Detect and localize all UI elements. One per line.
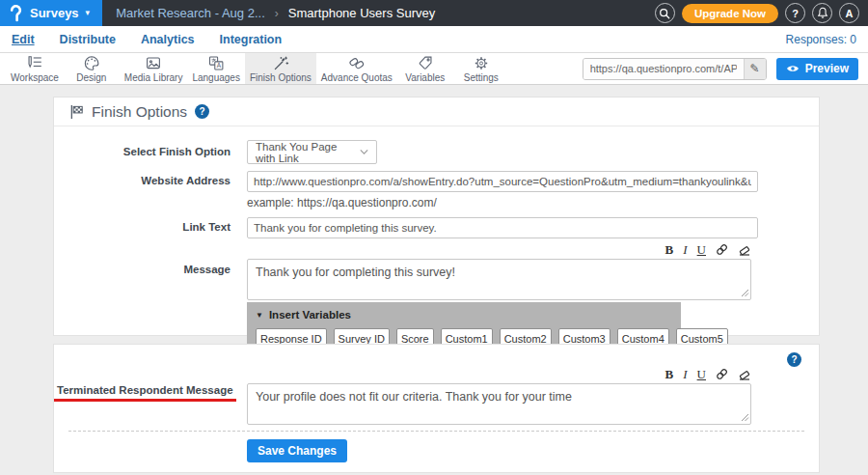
italic-button[interactable]: I xyxy=(683,368,687,380)
link-button[interactable] xyxy=(716,243,728,256)
terminated-help-row: ? xyxy=(54,345,819,367)
question-mark-icon: ? xyxy=(792,8,799,19)
toolbar-item-media-library[interactable]: Media Library xyxy=(120,53,188,84)
underline-button[interactable]: U xyxy=(697,368,706,380)
terminated-row: Terminated Respondent Message B I U xyxy=(54,367,819,425)
nav-tab-edit[interactable]: Edit xyxy=(12,33,35,46)
terminated-label: Terminated Respondent Message xyxy=(54,367,231,425)
toolbar-item-design[interactable]: Design xyxy=(64,53,120,84)
variables-icon xyxy=(416,55,435,71)
finish-flag-icon xyxy=(69,104,84,120)
message-label: Message xyxy=(54,242,231,300)
link-text-input[interactable] xyxy=(247,217,758,238)
toolbar-label: Design xyxy=(76,72,106,83)
nav-tab-analytics[interactable]: Analytics xyxy=(141,33,195,46)
toolbar-item-settings[interactable]: Settings xyxy=(453,53,509,84)
edit-url-button[interactable]: ✎ xyxy=(744,59,766,79)
terminated-message-textarea[interactable]: Your profile does not fit our criteria. … xyxy=(247,383,751,425)
survey-nav: Edit Distribute Analytics Integration Re… xyxy=(0,26,868,53)
triangle-down-icon: ▼ xyxy=(256,311,263,320)
settings-icon xyxy=(472,55,491,71)
underline-button[interactable]: U xyxy=(697,243,706,256)
breadcrumb-separator-icon: › xyxy=(275,7,279,20)
terminated-editor-toolbar: B I U xyxy=(247,367,751,381)
surveys-caret-icon: ▾ xyxy=(86,9,91,17)
design-icon xyxy=(82,55,101,71)
survey-url-input[interactable] xyxy=(583,59,744,79)
link-text-row: Link Text xyxy=(54,217,819,238)
terminated-label-text: Terminated Respondent Message xyxy=(54,384,236,402)
breadcrumb: Market Research - Aug 2... › Smartphone … xyxy=(116,6,435,20)
languages-icon: A xyxy=(206,55,226,71)
survey-url-field: ✎ xyxy=(583,58,767,80)
finish-option-select[interactable]: Thank You Page with Link xyxy=(247,140,377,164)
toolbar-label: Variables xyxy=(405,72,445,83)
nav-tab-integration[interactable]: Integration xyxy=(220,33,283,46)
preview-label: Preview xyxy=(805,62,849,75)
svg-text:A: A xyxy=(217,62,222,69)
chevron-down-icon xyxy=(360,149,368,155)
finish-options-panel: Finish Options ? Select Finish Option Th… xyxy=(53,97,820,336)
finish-option-label: Select Finish Option xyxy=(54,140,231,164)
website-address-row: Website Address xyxy=(54,171,819,192)
app-window: Surveys ▾ Market Research - Aug 2... › S… xyxy=(0,0,868,475)
finish-option-selected-value: Thank You Page with Link xyxy=(256,141,360,164)
search-icon xyxy=(659,8,670,19)
preview-button[interactable]: Preview xyxy=(776,58,858,80)
panel-header: Finish Options ? xyxy=(54,98,819,126)
upgrade-now-button[interactable]: Upgrade Now xyxy=(682,4,778,23)
remove-format-button[interactable] xyxy=(738,368,751,380)
toolbar-item-advance-quotas[interactable]: Advance Quotas xyxy=(316,53,397,84)
media-library-icon xyxy=(144,55,163,71)
finish-option-row: Select Finish Option Thank You Page with… xyxy=(54,140,819,164)
toolbar-label: Workspace xyxy=(11,72,59,83)
toolbar-label: Finish Options xyxy=(250,72,312,83)
avatar-initial: A xyxy=(846,8,854,19)
toolbar-item-languages[interactable]: A Languages xyxy=(187,53,245,84)
finish-options-help-button[interactable]: ? xyxy=(195,104,209,119)
responses-count[interactable]: Responses: 0 xyxy=(786,33,856,46)
nav-tab-distribute[interactable]: Distribute xyxy=(60,33,116,46)
terminated-message-panel: ? Terminated Respondent Message B I U xyxy=(53,344,820,473)
message-row: Message B I U xyxy=(54,242,819,300)
toolbar-item-workspace[interactable]: Workspace xyxy=(6,53,64,84)
page-background: Finish Options ? Select Finish Option Th… xyxy=(0,85,868,475)
toolbar-item-finish-options[interactable]: Finish Options xyxy=(245,53,316,84)
bold-button[interactable]: B xyxy=(665,243,674,256)
questionpro-logo xyxy=(9,5,23,22)
website-address-input[interactable] xyxy=(247,171,758,192)
top-header: Surveys ▾ Market Research - Aug 2... › S… xyxy=(0,0,868,26)
workspace-icon xyxy=(25,55,44,71)
header-actions: Upgrade Now ? A xyxy=(655,3,868,23)
finish-options-form: Select Finish Option Thank You Page with… xyxy=(54,126,819,356)
breadcrumb-folder[interactable]: Market Research - Aug 2... xyxy=(116,6,265,20)
page-title: Finish Options xyxy=(92,103,187,121)
website-address-hint: example: https://qa.questionpro.com/ xyxy=(247,196,819,210)
link-text-label: Link Text xyxy=(54,217,231,238)
remove-format-button[interactable] xyxy=(738,243,751,256)
notifications-button[interactable] xyxy=(812,3,832,23)
italic-button[interactable]: I xyxy=(683,243,687,256)
toolbar-item-variables[interactable]: Variables xyxy=(397,53,453,84)
search-button[interactable] xyxy=(655,3,675,23)
message-editor-toolbar: B I U xyxy=(247,242,751,257)
bold-button[interactable]: B xyxy=(665,368,674,380)
product-name: Surveys xyxy=(30,6,79,20)
toolbar-label: Advance Quotas xyxy=(321,72,393,83)
edit-toolbar: Workspace Design Media Library A xyxy=(0,53,868,85)
question-mark-icon: ? xyxy=(791,354,797,365)
surveys-menu[interactable]: Surveys ▾ xyxy=(0,0,102,26)
toolbar-label: Media Library xyxy=(124,72,183,83)
link-button[interactable] xyxy=(716,368,728,380)
terminated-help-button[interactable]: ? xyxy=(787,352,801,367)
website-address-label: Website Address xyxy=(54,171,231,192)
toolbar-label: Settings xyxy=(464,72,499,83)
share-area: ✎ Preview xyxy=(583,53,868,84)
insert-variables-toggle[interactable]: ▼ Insert Variables xyxy=(256,309,672,321)
insert-variables-title: Insert Variables xyxy=(269,309,351,321)
save-changes-button[interactable]: Save Changes xyxy=(247,439,347,462)
help-button[interactable]: ? xyxy=(785,3,805,23)
pencil-icon: ✎ xyxy=(750,62,760,75)
message-textarea[interactable]: Thank you for completing this survey! xyxy=(247,259,751,300)
user-avatar[interactable]: A xyxy=(839,3,859,23)
